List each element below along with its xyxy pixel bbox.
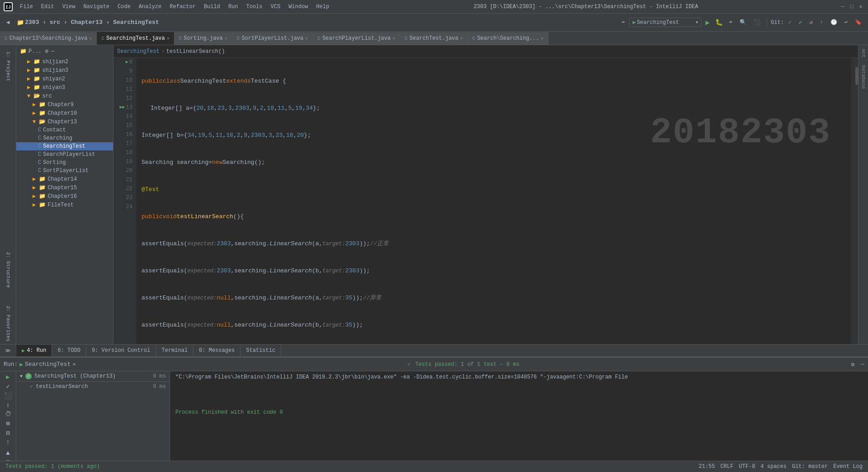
menu-window[interactable]: Window bbox=[285, 3, 311, 11]
ant-label[interactable]: Ant bbox=[859, 45, 868, 61]
event-log[interactable]: Event Log bbox=[833, 463, 863, 470]
settings-icon[interactable]: ⚙ bbox=[851, 361, 854, 368]
sidebar-item-chapter16[interactable]: ▶ 📁 Chapter16 bbox=[16, 192, 113, 201]
encoding[interactable]: UTF-8 bbox=[739, 463, 755, 470]
tab-searching-java[interactable]: C Chapter13\Searching.java ✕ bbox=[0, 32, 97, 45]
git-update-button[interactable]: ↺ bbox=[807, 18, 815, 27]
minimize-button[interactable]: ─ bbox=[839, 3, 846, 10]
stop-button[interactable]: ⬛ bbox=[751, 18, 763, 27]
tab-messages[interactable]: 0: Messages bbox=[193, 345, 241, 356]
search-button[interactable]: 🔍 bbox=[737, 18, 749, 27]
run-passed-button[interactable]: ✓ bbox=[2, 383, 14, 390]
menu-navigate[interactable]: Navigate bbox=[80, 3, 113, 11]
git-history-button[interactable]: 🕐 bbox=[828, 18, 840, 27]
coverage-button[interactable]: ☂ bbox=[726, 18, 735, 27]
favorites-icon[interactable]: 2: Favorites bbox=[2, 303, 14, 344]
tab-sortplayerlist-java[interactable]: C SortPlayerList.java ✕ bbox=[232, 32, 313, 45]
sidebar-item-contact[interactable]: C Contact bbox=[16, 126, 113, 134]
sidebar-item-shijian3[interactable]: ▶ 📁 shijian3 bbox=[16, 66, 113, 75]
test-result-linearSearch[interactable]: ✓ testLinearSearch 0 ms bbox=[16, 382, 170, 391]
rerun-button[interactable]: ▶ bbox=[2, 373, 14, 381]
close-tab-icon[interactable]: ✕ bbox=[89, 36, 92, 41]
tab-search-searching[interactable]: C Search\Searching... ✕ bbox=[468, 32, 548, 45]
menu-build[interactable]: Build bbox=[200, 3, 224, 11]
previous-output-button[interactable]: ▲ bbox=[2, 449, 14, 457]
git-commit-button[interactable]: ✔ bbox=[796, 18, 805, 27]
menu-refactor[interactable]: Refactor bbox=[166, 3, 199, 11]
editor-area[interactable]: ▶ 8 9 10 11 12 ▶▶ 13 14 15 16 bbox=[113, 58, 858, 344]
close-tab-sortplayerlist-icon[interactable]: ✕ bbox=[305, 36, 308, 41]
scrollbar[interactable] bbox=[851, 58, 858, 344]
menu-view[interactable]: View bbox=[59, 3, 79, 11]
sidebar-item-searchplayerlist[interactable]: C SearchPlayerList bbox=[16, 150, 113, 159]
tab-version-control[interactable]: 9: Version Control bbox=[86, 345, 156, 356]
code-lines[interactable]: public class SearchingTest extends TestC… bbox=[136, 58, 851, 344]
collapse-icon[interactable]: — bbox=[51, 48, 54, 55]
back-button[interactable]: ⬅ bbox=[619, 18, 627, 27]
collapse-all-button[interactable]: ⊟ bbox=[2, 429, 14, 437]
menu-edit[interactable]: Edit bbox=[38, 3, 58, 11]
close-tab-searching-icon[interactable]: ✕ bbox=[541, 36, 543, 41]
run-gutter-icon[interactable]: ▶ bbox=[126, 58, 128, 67]
git-revert-button[interactable]: ↩ bbox=[842, 18, 850, 27]
indent-settings[interactable]: 4 spaces bbox=[760, 463, 787, 470]
tab-searchingtest-java[interactable]: C SearchingTest.java ✕ bbox=[97, 32, 174, 45]
menu-file[interactable]: File bbox=[16, 3, 37, 11]
settings-icon[interactable]: ⚙ bbox=[45, 48, 48, 55]
sidebar-item-shijian2[interactable]: ▶ 📁 shijian2 bbox=[16, 57, 113, 66]
sidebar-item-chapter10[interactable]: ▶ 📁 Chapter10 bbox=[16, 109, 113, 117]
close-tab-searchplayerlist-icon[interactable]: ✕ bbox=[392, 36, 395, 41]
tab-searchtest-java[interactable]: C SearchTest.java ✕ bbox=[400, 32, 468, 45]
menu-help[interactable]: Help bbox=[312, 3, 333, 11]
maximize-button[interactable]: □ bbox=[848, 3, 855, 10]
run-button[interactable]: ▶ bbox=[703, 17, 712, 28]
sidebar-item-searching[interactable]: C Searching bbox=[16, 134, 113, 142]
bookmark-button[interactable]: 🔖 bbox=[852, 18, 864, 27]
sort-alpha-button[interactable]: ↕ bbox=[2, 402, 14, 409]
line-separator[interactable]: CRLF bbox=[721, 463, 734, 470]
git-check-button[interactable]: ✓ bbox=[786, 18, 794, 27]
tab-run[interactable]: ▶ 4: Run bbox=[16, 345, 52, 356]
sidebar-item-shiyan2[interactable]: ▶ 📁 shiyan2 bbox=[16, 75, 113, 83]
close-tab-searchtest-icon[interactable]: ✕ bbox=[460, 36, 463, 41]
project-icon[interactable]: 1: Project bbox=[2, 49, 14, 84]
menu-vcs[interactable]: VCS bbox=[267, 3, 284, 11]
sidebar-item-chapter9[interactable]: ▶ 📁 Chapter9 bbox=[16, 100, 113, 109]
tab-terminal[interactable]: Terminal bbox=[156, 345, 194, 356]
menu-analyze[interactable]: Analyze bbox=[135, 3, 165, 11]
sidebar-item-shiyan3[interactable]: ▶ 📁 shiyan3 bbox=[16, 83, 113, 92]
sidebar-item-chapter15[interactable]: ▶ 📁 Chapter15 bbox=[16, 183, 113, 192]
tab-statistic[interactable]: Statistic bbox=[241, 345, 281, 356]
sidebar-item-sortplayerlist[interactable]: C SortPlayerList bbox=[16, 167, 113, 175]
close-tab-searchingtest-icon[interactable]: ✕ bbox=[167, 36, 170, 41]
sidebar-item-sorting[interactable]: C Sorting bbox=[16, 159, 113, 167]
project-header[interactable]: 📁 P... ⚙ — bbox=[16, 45, 113, 57]
scroll-to-button[interactable]: ↑ bbox=[2, 439, 14, 446]
close-button[interactable]: ✕ bbox=[857, 3, 864, 10]
tab-searchplayerlist-java[interactable]: C SearchPlayerList.java ✕ bbox=[313, 32, 400, 45]
tree-expand-icon[interactable]: ▼ bbox=[20, 374, 23, 379]
close-tab-sorting-icon[interactable]: ✕ bbox=[225, 36, 227, 41]
sort-duration-button[interactable]: ⏱ bbox=[2, 411, 14, 418]
run-config-dropdown[interactable]: ▶ SearchingTest ▾ bbox=[629, 18, 702, 27]
nav-back-button[interactable]: ◀ bbox=[4, 18, 12, 27]
structure-icon[interactable]: 2: Structure bbox=[2, 249, 14, 290]
git-push-button[interactable]: ↑ bbox=[817, 18, 826, 27]
menu-tools[interactable]: Tools bbox=[243, 3, 266, 11]
tab-sorting-java[interactable]: C Sorting.java ✕ bbox=[175, 32, 232, 45]
debug-button[interactable]: 🐛 bbox=[713, 18, 725, 27]
database-label[interactable]: Database bbox=[859, 61, 868, 93]
menu-code[interactable]: Code bbox=[114, 3, 134, 11]
stop-run-button[interactable]: ⬛ bbox=[2, 392, 14, 400]
run-panel-close-icon[interactable]: ✕ bbox=[72, 361, 75, 368]
sidebar-item-searchingtest[interactable]: C SearchingTest bbox=[16, 142, 113, 150]
sidebar-item-chapter14[interactable]: ▶ 📁 Chapter14 bbox=[16, 175, 113, 183]
cursor-position[interactable]: 21:55 bbox=[699, 463, 715, 470]
sidebar-item-filetest[interactable]: ▶ 📁 FileTest bbox=[16, 201, 113, 209]
sidebar-item-src[interactable]: ▼ 📂 src bbox=[16, 92, 113, 100]
tab-todo[interactable]: 6: TODO bbox=[52, 345, 86, 356]
expand-all-button[interactable]: ⊞ bbox=[2, 420, 14, 427]
minimize-run-icon[interactable]: ─ bbox=[861, 361, 864, 368]
sidebar-item-chapter13[interactable]: ▼ 📂 Chapter13 bbox=[16, 117, 113, 126]
git-branch[interactable]: Git: master bbox=[792, 463, 828, 470]
